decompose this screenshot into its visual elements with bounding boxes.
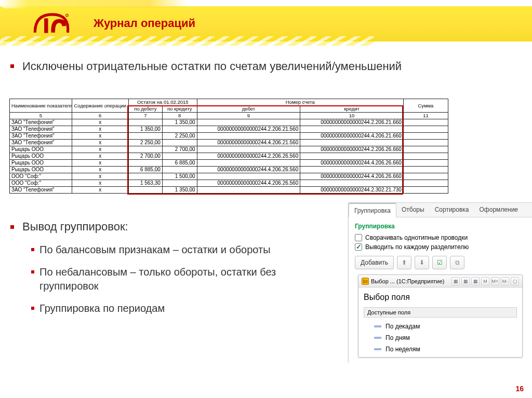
table-cell bbox=[162, 180, 197, 187]
col-kredit-acct: кредит bbox=[300, 106, 404, 113]
table-cell bbox=[197, 133, 300, 140]
table-cell: 00000000000000244.4.206.21.660 bbox=[300, 133, 404, 140]
table-header-row: Наименование показателя Содержание опера… bbox=[10, 99, 448, 106]
tab-Отборы[interactable]: Отборы bbox=[396, 203, 430, 217]
table-cell: x bbox=[72, 119, 128, 126]
table-cell bbox=[403, 140, 448, 146]
table-cell: x bbox=[72, 153, 128, 160]
table-cell bbox=[128, 187, 162, 194]
tab-Оформление[interactable]: Оформление bbox=[474, 203, 523, 217]
table-cell: 00000000000000244.2.206.26.560 bbox=[197, 153, 300, 160]
window-button-icon[interactable]: M bbox=[481, 277, 489, 285]
window-button-icon[interactable]: ▢ bbox=[511, 277, 519, 285]
list-item-text: По небалансовым – только обороты, остатк… bbox=[39, 265, 338, 293]
settings-panel: ГруппировкаОтборыСортировкаОформление Гр… bbox=[348, 202, 532, 363]
move-up-button[interactable]: ⬆ bbox=[397, 256, 411, 269]
table-cell: x bbox=[72, 140, 128, 146]
bullet-icon bbox=[10, 64, 14, 68]
table-cell bbox=[403, 160, 448, 167]
col-debet-acct: дебет bbox=[197, 106, 300, 113]
tab-Группировка[interactable]: Группировка bbox=[349, 203, 396, 217]
table-row: Рыцарь ОООx2 700,0000000000000000244.2.2… bbox=[10, 153, 448, 160]
item-icon bbox=[374, 337, 381, 339]
window-button-icon[interactable]: ▦ bbox=[461, 277, 470, 285]
collapse-same-check[interactable]: Сворачивать однотипные проводки bbox=[355, 234, 526, 241]
lead-bullet: Исключены отрицательные остатки по счета… bbox=[10, 59, 478, 74]
col-number: 11 bbox=[403, 113, 448, 119]
lead-text: Исключены отрицательные остатки по счета… bbox=[22, 59, 402, 74]
col-debit: по дебету bbox=[128, 106, 162, 113]
table-cell: x bbox=[72, 160, 128, 167]
table-cell bbox=[403, 167, 448, 173]
move-down-button[interactable]: ⬇ bbox=[415, 256, 429, 269]
table-cell bbox=[403, 187, 448, 194]
col-number: 6 bbox=[72, 113, 128, 119]
tree-item[interactable]: По дням bbox=[374, 332, 517, 344]
table-cell bbox=[300, 167, 404, 173]
table-row: ЗАО "Телефония"x2 250,000000000000000024… bbox=[10, 133, 448, 140]
group-title: Группировка bbox=[355, 223, 526, 230]
table-cell: 00000000000000244.4.206.26.660 bbox=[300, 160, 404, 167]
table-cell: ЗАО "Телефония" bbox=[10, 126, 72, 133]
table-cell: x bbox=[72, 180, 128, 187]
check-label: Выводить по каждому разделителю bbox=[365, 243, 469, 251]
table-cell: ЗАО "Телефония" bbox=[10, 133, 72, 140]
tree-header: Доступные поля bbox=[364, 307, 517, 318]
table-cell bbox=[300, 140, 404, 146]
table-cell: ЗАО "Телефония" bbox=[10, 187, 72, 194]
list-item: Группировка по периодам bbox=[31, 301, 338, 315]
page-number: 16 bbox=[515, 385, 524, 393]
tab-Сортировка[interactable]: Сортировка bbox=[430, 203, 474, 217]
window-button-icon[interactable]: M+ bbox=[491, 277, 499, 285]
bullet-icon bbox=[31, 248, 34, 251]
table-cell bbox=[300, 126, 404, 133]
bullet-icon bbox=[31, 307, 34, 310]
table-cell bbox=[197, 187, 300, 194]
table-cell: x bbox=[72, 146, 128, 153]
table-cell: 1 563,30 bbox=[128, 180, 162, 187]
col-number: 5 bbox=[10, 113, 72, 119]
table-cell: x bbox=[72, 167, 128, 173]
window-button-icon[interactable]: ▦ bbox=[471, 277, 480, 285]
table-cell bbox=[197, 173, 300, 180]
table-cell bbox=[403, 173, 448, 180]
oneC-mini-icon: 1c bbox=[362, 278, 369, 285]
table-cell: 00000000000000244.4.206.21.560 bbox=[197, 140, 300, 146]
item-icon bbox=[374, 325, 381, 327]
table-cell bbox=[403, 146, 448, 153]
col-balance: Остаток на 01.02.2015 bbox=[128, 99, 197, 106]
grouping-sublist: По балансовым признакам – остатки и обор… bbox=[31, 243, 338, 324]
tree-item[interactable]: По декадам bbox=[374, 321, 517, 332]
check-button[interactable]: ☑ bbox=[432, 256, 447, 269]
table-cell: x bbox=[72, 133, 128, 140]
table-cell: ООО "Соф:" bbox=[10, 180, 72, 187]
table-cell: 6 885,00 bbox=[162, 160, 197, 167]
list-item-text: Группировка по периодам bbox=[39, 301, 165, 315]
table-row: Рыцарь ОООx2 700,0000000000000000244.2.2… bbox=[10, 146, 448, 153]
output-each-divider-check[interactable]: Выводить по каждому разделителю bbox=[355, 243, 526, 251]
subwindow-titlebar: 1c Выбор ... (1С:Предприятие) ▦▦▦MM+M-▢ bbox=[358, 275, 522, 287]
table-cell: Рыцарь ООО bbox=[10, 153, 72, 160]
header-stroke bbox=[0, 0, 187, 8]
table-cell: 1 350,00 bbox=[162, 119, 197, 126]
tree-item[interactable]: По неделям bbox=[374, 344, 517, 355]
table-cell: 00000000000000244.2.206.21.660 bbox=[300, 119, 404, 126]
table-cell bbox=[128, 119, 162, 126]
grouping-heading-row: Вывод группировок: bbox=[10, 220, 128, 234]
table-cell bbox=[300, 153, 404, 160]
bullet-icon bbox=[10, 225, 14, 229]
table-cell bbox=[403, 153, 448, 160]
add-button[interactable]: Добавить bbox=[355, 256, 394, 269]
table-cell: x bbox=[72, 187, 128, 194]
subwindow-caption: Выбор ... (1С:Предприятие) bbox=[371, 278, 444, 284]
col-sum: Сумма bbox=[403, 99, 448, 113]
page-title: Журнал операций bbox=[94, 17, 195, 30]
titlebar-buttons: ▦▦▦MM+M-▢ bbox=[451, 277, 519, 285]
copy-button[interactable]: ⧉ bbox=[450, 256, 464, 269]
table-cell: 6 885,00 bbox=[128, 167, 162, 173]
table-cell bbox=[403, 180, 448, 187]
window-button-icon[interactable]: ▦ bbox=[451, 277, 460, 285]
window-button-icon[interactable]: M- bbox=[501, 277, 509, 285]
tree-list: По декадамПо днямПо неделям bbox=[364, 321, 517, 355]
table-cell: x bbox=[72, 173, 128, 180]
